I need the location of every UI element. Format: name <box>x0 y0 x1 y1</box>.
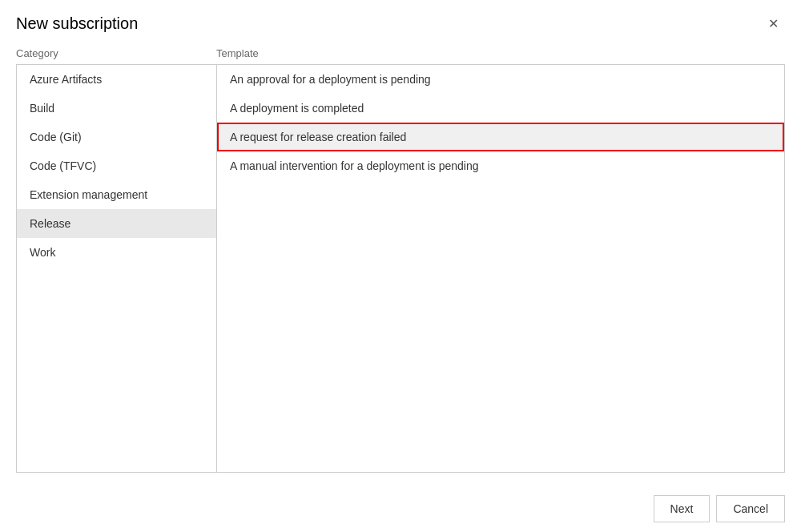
template-list: An approval for a deployment is pendingA… <box>217 65 784 472</box>
dialog-titlebar: New subscription ✕ <box>0 0 801 41</box>
category-item-release[interactable]: Release <box>17 209 216 238</box>
column-headers: Category Template <box>16 41 785 64</box>
category-column-header: Category <box>16 47 216 59</box>
category-item-code-git[interactable]: Code (Git) <box>17 123 216 151</box>
template-item-release-creation-failed[interactable]: A request for release creation failed <box>217 123 784 151</box>
category-list: Azure ArtifactsBuildCode (Git)Code (TFVC… <box>17 65 217 472</box>
template-item-manual-intervention[interactable]: A manual intervention for a deployment i… <box>217 151 784 180</box>
close-button[interactable]: ✕ <box>762 13 785 34</box>
dialog-footer: Next Cancel <box>0 486 801 532</box>
cancel-button[interactable]: Cancel <box>716 495 785 522</box>
dialog-title: New subscription <box>16 14 138 33</box>
template-item-approval-pending[interactable]: An approval for a deployment is pending <box>217 65 784 94</box>
content-area: Azure ArtifactsBuildCode (Git)Code (TFVC… <box>16 64 785 473</box>
category-item-azure-artifacts[interactable]: Azure Artifacts <box>17 65 216 94</box>
dialog: New subscription ✕ Category Template Azu… <box>0 0 801 532</box>
category-item-extension-management[interactable]: Extension management <box>17 180 216 209</box>
template-column-header: Template <box>216 47 785 59</box>
template-item-deployment-completed[interactable]: A deployment is completed <box>217 94 784 123</box>
next-button[interactable]: Next <box>654 495 710 522</box>
category-item-work[interactable]: Work <box>17 238 216 267</box>
category-item-build[interactable]: Build <box>17 94 216 123</box>
dialog-body: Category Template Azure ArtifactsBuildCo… <box>0 41 801 486</box>
category-item-code-tfvc[interactable]: Code (TFVC) <box>17 151 216 180</box>
